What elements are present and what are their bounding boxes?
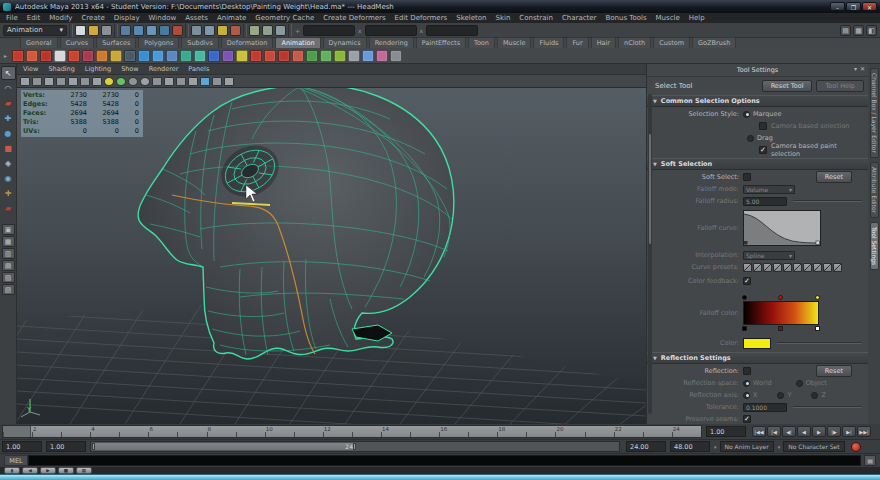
shelf-menu-icon[interactable]: ▸ <box>4 52 7 59</box>
current-time-field[interactable]: 1.00 <box>706 426 746 437</box>
reset-tool-button[interactable]: Reset Tool <box>762 80 813 92</box>
drag-radio[interactable] <box>747 135 754 142</box>
curve-preset-button[interactable] <box>823 263 832 272</box>
shelf-icon[interactable] <box>264 50 276 62</box>
maximize-button[interactable]: ❐ <box>846 2 861 11</box>
panel-toolbar-icon[interactable] <box>128 77 138 86</box>
shelf-tab[interactable]: Deformation <box>221 37 274 48</box>
shelf-icon[interactable] <box>292 50 304 62</box>
shelf-icon[interactable] <box>166 50 178 62</box>
shelf-icon[interactable] <box>96 50 108 62</box>
ramp-handle[interactable] <box>778 326 783 331</box>
frame-cell[interactable]: 6 <box>148 426 177 437</box>
layout-button[interactable]: ▦ <box>2 236 15 247</box>
selected-color-swatch[interactable] <box>743 338 771 349</box>
scene-3d-view[interactable]: Verts: 2730 2730 0 Edges: 5428 5428 0 Fa… <box>17 88 646 424</box>
playback-button[interactable]: ▶| <box>842 426 856 437</box>
panel-toolbar-icon[interactable] <box>224 77 234 86</box>
shelf-icon[interactable] <box>12 50 24 62</box>
menu-item[interactable]: Edit <box>27 14 41 22</box>
shelf-tab[interactable]: Dynamics <box>323 37 367 48</box>
coord-input-y[interactable] <box>365 25 417 36</box>
frame-cell[interactable]: 8 <box>207 426 236 437</box>
side-tab[interactable]: Channel Box / Layer Editor <box>870 68 879 158</box>
shelf-icon[interactable] <box>306 50 318 62</box>
menu-item[interactable]: Constrain <box>519 14 553 22</box>
panel-toolbar-icon[interactable] <box>116 77 126 86</box>
reflection-axis-x-radio[interactable] <box>743 392 750 399</box>
shelf-tab[interactable]: Surfaces <box>96 37 136 48</box>
reflection-space-object-radio[interactable] <box>796 380 803 387</box>
video-control-button[interactable]: ■ <box>58 467 74 474</box>
mel-input[interactable] <box>28 455 861 466</box>
frame-cell[interactable] <box>119 426 148 437</box>
curve-preset-button[interactable] <box>833 263 842 272</box>
shelf-icon[interactable] <box>320 50 332 62</box>
video-control-button[interactable]: ▦ <box>76 467 92 474</box>
shelf-tab[interactable]: Animation <box>275 37 320 48</box>
curve-preset-button[interactable] <box>793 263 802 272</box>
tolerance-slider[interactable] <box>793 406 862 408</box>
shelf-tab[interactable]: Custom <box>653 37 690 48</box>
menu-item[interactable]: Animate <box>217 14 246 22</box>
shelf-tab[interactable]: Toon <box>468 37 495 48</box>
anim-layer-dropdown[interactable]: No Anim Layer <box>720 441 774 452</box>
frame-cell[interactable]: 20 <box>555 426 584 437</box>
frame-cell[interactable]: 12 <box>323 426 352 437</box>
menu-item[interactable]: Skeleton <box>456 14 486 22</box>
soft-select-checkbox[interactable] <box>743 173 751 181</box>
script-editor-icon[interactable]: ▤ <box>864 455 876 466</box>
side-tab[interactable]: Tool Settings <box>870 222 879 270</box>
color-slider[interactable] <box>777 342 862 344</box>
reflection-axis-z-radio[interactable] <box>811 392 818 399</box>
panel-toolbar-icon[interactable] <box>68 77 78 86</box>
shelf-icon[interactable] <box>278 50 290 62</box>
shelf-icon[interactable] <box>40 50 52 62</box>
tool-button[interactable]: ◈ <box>1 156 16 170</box>
shelf-tab[interactable]: GoZBrush <box>692 37 736 48</box>
frame-cell[interactable]: 24 <box>672 426 701 437</box>
reflection-space-world-radio[interactable] <box>743 380 750 387</box>
side-tab[interactable]: Attribute Editor <box>870 162 879 218</box>
shelf-tab[interactable]: Fluids <box>533 37 564 48</box>
frame-cell[interactable]: 4 <box>90 426 119 437</box>
panel-menu-item[interactable]: Panels <box>188 65 209 73</box>
ramp-handle[interactable] <box>815 295 820 300</box>
curve-preset-button[interactable] <box>813 263 822 272</box>
section-reflection-settings[interactable]: ▼ Reflection Settings <box>647 352 868 364</box>
frame-cell[interactable]: 22 <box>614 426 643 437</box>
coord-input-x[interactable] <box>303 25 355 36</box>
shelf-icon[interactable] <box>362 50 374 62</box>
shelf-tab[interactable]: nCloth <box>618 37 651 48</box>
shelf-icon[interactable] <box>124 50 136 62</box>
tolerance-field[interactable]: 0.1000 <box>743 403 787 412</box>
playback-end-field[interactable]: 24.00 <box>626 441 666 452</box>
layout-button[interactable]: ▤ <box>2 260 15 271</box>
shelf-icon[interactable] <box>26 50 38 62</box>
range-start-handle[interactable] <box>92 443 95 450</box>
curve-preset-button[interactable] <box>773 263 782 272</box>
falloff-radius-field[interactable]: 5.00 <box>743 197 787 206</box>
curve-preset-button[interactable] <box>803 263 812 272</box>
reflection-checkbox[interactable] <box>743 367 751 375</box>
panel-toolbar-icon[interactable] <box>20 77 30 86</box>
shelf-icon[interactable] <box>334 50 346 62</box>
video-control-button[interactable]: ▶ <box>40 467 56 474</box>
camera-based-selection-checkbox[interactable] <box>759 122 767 130</box>
menu-item[interactable]: Window <box>149 14 177 22</box>
shelf-tab[interactable]: PaintEffects <box>416 37 466 48</box>
falloff-curve-widget[interactable] <box>743 210 821 246</box>
shelf-tab[interactable]: Subdivs <box>181 37 219 48</box>
tool-button[interactable]: ◉ <box>1 171 16 185</box>
camera-based-paint-selection-checkbox[interactable]: ✓ <box>759 146 767 154</box>
menu-item[interactable]: File <box>6 14 18 22</box>
panel-toolbar-icon[interactable] <box>200 77 210 86</box>
ramp-handle[interactable] <box>778 295 783 300</box>
shelf-tab[interactable]: General <box>20 37 58 48</box>
preserve-seams-checkbox[interactable]: ✓ <box>743 415 751 423</box>
panel-toolbar-icon[interactable] <box>164 77 174 86</box>
shelf-icon[interactable] <box>236 50 248 62</box>
frame-cell[interactable]: 18 <box>497 426 526 437</box>
animation-start-field[interactable]: 1.00 <box>2 441 42 452</box>
playback-range-bar[interactable]: 24 <box>92 443 356 450</box>
